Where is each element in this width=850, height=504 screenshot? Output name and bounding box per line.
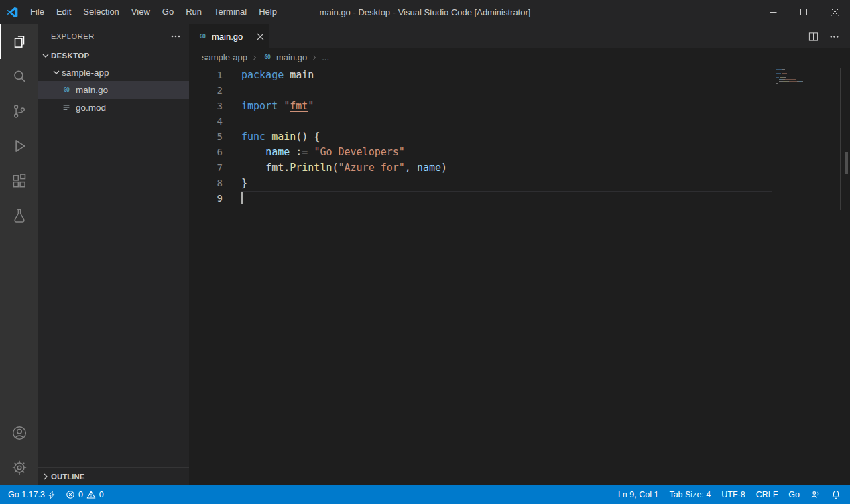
activity-bar-top [0, 24, 38, 233]
cursor-position-status[interactable]: Ln 9, Col 1 [613, 485, 664, 504]
title-bar: File Edit Selection View Go Run Terminal… [0, 0, 850, 24]
go-file-icon: GO [197, 31, 208, 42]
text-cursor [241, 192, 243, 204]
encoding-status[interactable]: UTF-8 [716, 485, 750, 504]
menu-file[interactable]: File [24, 0, 50, 24]
editor-actions [808, 24, 850, 48]
explorer-actions-icon[interactable] [170, 31, 181, 42]
breadcrumb-folder[interactable]: sample-app [202, 52, 247, 62]
language-mode-status[interactable]: Go [783, 485, 805, 504]
chevron-down-icon [40, 50, 51, 61]
line-number: 3 [189, 99, 223, 114]
section-outline[interactable]: OUTLINE [38, 467, 189, 485]
code-line[interactable]: 3import "fmt" [189, 99, 850, 114]
explorer-sidebar: EXPLORER DESKTOP sample-app [38, 24, 189, 485]
line-number: 7 [189, 160, 223, 176]
activity-bar-bottom [0, 416, 38, 485]
menu-go[interactable]: Go [156, 0, 180, 24]
sidebar-header: EXPLORER [38, 24, 189, 48]
code-area[interactable]: 1package main23import "fmt"45func main()… [189, 66, 850, 485]
line-number: 1 [189, 68, 223, 83]
code-line[interactable]: 6 name := "Go Developers" [189, 145, 850, 160]
code-line[interactable]: 8} [189, 176, 850, 191]
testing-icon[interactable] [0, 198, 38, 233]
warning-icon [86, 490, 96, 499]
breadcrumb-file[interactable]: main.go [276, 52, 307, 62]
section-desktop[interactable]: DESKTOP [38, 48, 189, 64]
file-go-mod[interactable]: go.mod [38, 99, 189, 116]
menu-help[interactable]: Help [253, 0, 283, 24]
code-lines: 1package main23import "fmt"45func main()… [189, 68, 850, 206]
editor-group: GO main.go sample-app [189, 24, 850, 485]
menu-selection[interactable]: Selection [77, 0, 125, 24]
extensions-icon[interactable] [0, 164, 38, 198]
chevron-down-icon [51, 67, 62, 78]
maximize-button[interactable] [788, 0, 819, 24]
go-version-status[interactable]: Go 1.17.3 [3, 485, 60, 504]
code-line[interactable]: 2 [189, 83, 850, 99]
code-line[interactable]: 5func main() { [189, 129, 850, 145]
account-icon[interactable] [0, 416, 38, 450]
code-line[interactable]: 4 [189, 114, 850, 129]
scrollbar-thumb[interactable] [845, 152, 848, 174]
go-file-icon: GO [262, 52, 273, 63]
status-bar-right: Ln 9, Col 1 Tab Size: 4 UTF-8 CRLF Go [613, 485, 846, 504]
code-line[interactable]: 7 fmt.Println("Azure for", name) [189, 160, 850, 176]
menu-terminal[interactable]: Terminal [208, 0, 253, 24]
window-title: main.go - Desktop - Visual Studio Code [… [320, 7, 531, 17]
file-tree: sample-app GO main.go go.mod [38, 64, 189, 116]
line-number: 2 [189, 83, 223, 99]
vscode-logo-icon [0, 7, 24, 18]
source-control-icon[interactable] [0, 94, 38, 129]
line-number: 4 [189, 114, 223, 129]
chevron-right-icon [40, 471, 51, 482]
problems-status[interactable]: 0 0 [60, 485, 109, 504]
minimize-button[interactable] [757, 0, 788, 24]
sidebar-title: EXPLORER [51, 32, 95, 40]
go-mod-file-icon [60, 103, 72, 112]
overview-ruler [840, 68, 841, 210]
settings-gear-icon[interactable] [0, 450, 38, 485]
breadcrumb-symbol[interactable]: ... [322, 52, 329, 62]
lightning-icon [48, 491, 55, 499]
file-main-go[interactable]: GO main.go [38, 81, 189, 99]
status-bar-left: Go 1.17.3 0 0 [3, 485, 109, 504]
tab-close-icon[interactable] [257, 33, 264, 40]
tab-main-go[interactable]: GO main.go [189, 24, 269, 48]
notifications-bell-icon[interactable] [826, 485, 846, 504]
window-controls [757, 0, 850, 24]
tab-bar: GO main.go [189, 24, 850, 48]
tab-label: main.go [212, 32, 243, 42]
run-debug-icon[interactable] [0, 129, 38, 164]
close-button[interactable] [819, 0, 850, 24]
menu-bar: File Edit Selection View Go Run Terminal… [24, 0, 283, 24]
folder-sample-app[interactable]: sample-app [38, 64, 189, 81]
menu-run[interactable]: Run [180, 0, 208, 24]
status-bar: Go 1.17.3 0 0 Ln 9, Col 1 Tab Size: 4 UT… [0, 485, 850, 504]
code-line[interactable]: 9 [189, 191, 850, 206]
chevron-right-icon [310, 54, 318, 62]
line-number: 5 [189, 129, 223, 145]
line-number: 8 [189, 176, 223, 191]
search-icon[interactable] [0, 59, 38, 94]
menu-view[interactable]: View [125, 0, 156, 24]
editor-more-actions-icon[interactable] [829, 32, 839, 42]
code-line[interactable]: 1package main [189, 68, 850, 83]
activity-bar [0, 24, 38, 485]
go-file-icon: GO [60, 84, 72, 95]
chevron-right-icon [251, 54, 259, 62]
split-editor-icon[interactable] [808, 32, 818, 42]
menu-edit[interactable]: Edit [50, 0, 77, 24]
vscode-window: File Edit Selection View Go Run Terminal… [0, 0, 850, 504]
tab-size-status[interactable]: Tab Size: 4 [664, 485, 716, 504]
breadcrumb: sample-app GO main.go ... [189, 48, 850, 66]
minimap[interactable] [776, 69, 838, 87]
error-icon [66, 490, 75, 499]
line-number: 9 [189, 191, 223, 206]
explorer-icon[interactable] [0, 24, 38, 59]
eol-status[interactable]: CRLF [751, 485, 784, 504]
line-number: 6 [189, 145, 223, 160]
feedback-icon[interactable] [805, 485, 826, 504]
